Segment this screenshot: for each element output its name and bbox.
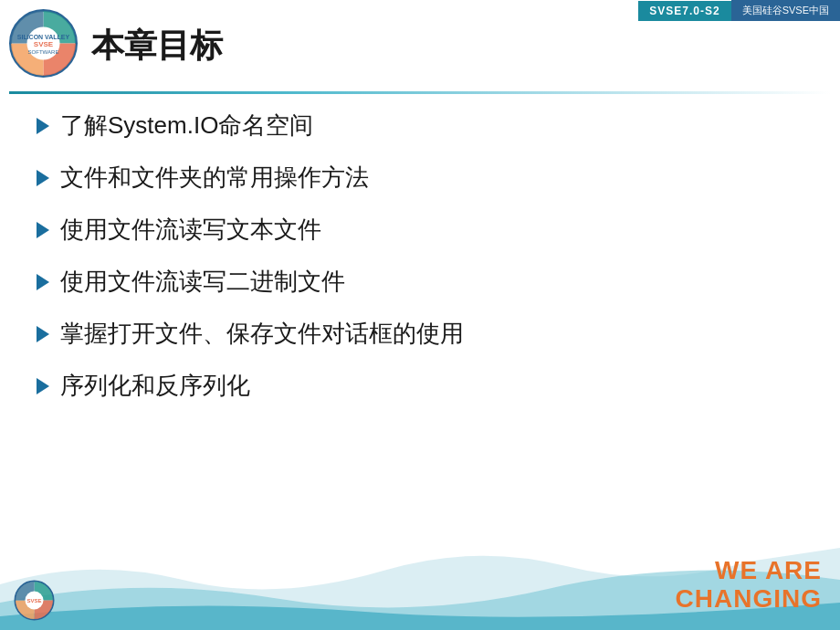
badge-svse: SVSE7.0-S2 <box>638 1 730 21</box>
slogan-line2: CHANGING <box>676 585 822 614</box>
svg-text:SVSE: SVSE <box>26 598 41 604</box>
header-divider <box>9 91 831 94</box>
content-list: 了解System.IO命名空间文件和文件夹的常用操作方法使用文件流读写文本文件使… <box>37 110 803 422</box>
bullet-text: 了解System.IO命名空间 <box>60 110 313 142</box>
bullet-arrow-icon <box>37 222 49 238</box>
bottom-logo-area: SVSE <box>14 580 55 621</box>
svg-text:SVSE: SVSE <box>34 40 54 48</box>
bullet-text: 掌握打开文件、保存文件对话框的使用 <box>60 318 464 350</box>
bullet-text: 使用文件流读写文本文件 <box>60 214 321 246</box>
slogan: WE ARE CHANGING <box>676 557 822 614</box>
bullet-text: 使用文件流读写二进制文件 <box>60 266 345 298</box>
list-item: 使用文件流读写二进制文件 <box>37 266 803 298</box>
bullet-arrow-icon <box>37 274 49 290</box>
list-item: 文件和文件夹的常用操作方法 <box>37 162 803 194</box>
slogan-line1: WE ARE <box>676 557 822 585</box>
page-header: SILICON VALLEY SVSE SOFTWARE 本章目标 <box>9 9 223 78</box>
bullet-arrow-icon <box>37 378 49 394</box>
badge-china: 美国硅谷SVSE中国 <box>731 0 840 21</box>
list-item: 序列化和反序列化 <box>37 370 803 402</box>
list-item: 掌握打开文件、保存文件对话框的使用 <box>37 318 803 350</box>
svse-logo: SILICON VALLEY SVSE SOFTWARE <box>9 9 78 78</box>
bullet-arrow-icon <box>37 170 49 186</box>
svg-text:SOFTWARE: SOFTWARE <box>28 49 59 55</box>
svg-text:SILICON VALLEY: SILICON VALLEY <box>17 34 70 40</box>
list-item: 了解System.IO命名空间 <box>37 110 803 142</box>
top-bar: SVSE7.0-S2 美国硅谷SVSE中国 <box>638 0 840 21</box>
bullet-arrow-icon <box>37 118 49 134</box>
bullet-arrow-icon <box>37 326 49 342</box>
list-item: 使用文件流读写文本文件 <box>37 214 803 246</box>
chapter-title: 本章目标 <box>91 24 223 68</box>
bullet-text: 序列化和反序列化 <box>60 370 250 402</box>
bullet-text: 文件和文件夹的常用操作方法 <box>60 162 369 194</box>
